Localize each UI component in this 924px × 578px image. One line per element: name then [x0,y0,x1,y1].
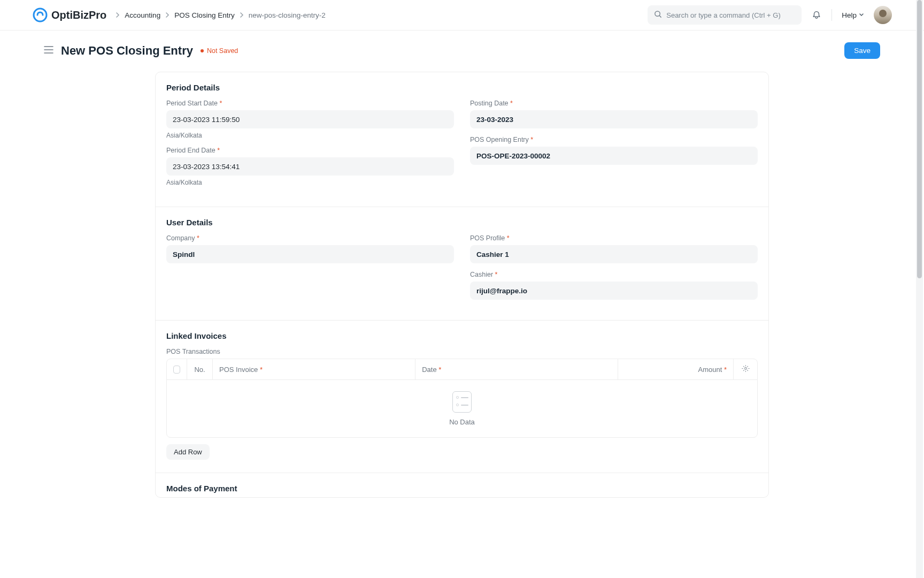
section-period-details: Period Details Period Start Date * Asia/… [156,72,768,207]
checkbox-icon [173,366,180,374]
help-label: Help [842,11,857,19]
status-text: Not Saved [207,47,238,55]
label-pos-profile: POS Profile * [470,234,758,242]
table-settings-button[interactable] [734,359,757,379]
table-pos-transactions: No. POS Invoice * Date * Amount * No Dat… [166,359,758,438]
add-row-button[interactable]: Add Row [166,444,210,460]
form-card: Period Details Period Start Date * Asia/… [155,72,769,498]
field-cashier: Cashier * [470,271,758,300]
label-posting-date: Posting Date * [470,100,758,107]
navbar: OptiBizPro Accounting POS Closing Entry … [0,0,924,31]
page-header: New POS Closing Entry Not Saved Save [0,31,924,64]
col-pos-invoice: POS Invoice * [213,359,415,379]
section-title-linked: Linked Invoices [166,331,758,340]
breadcrumb: Accounting POS Closing Entry new-pos-clo… [115,11,325,19]
section-title-mop: Modes of Payment [166,484,758,493]
breadcrumb-accounting[interactable]: Accounting [125,11,160,19]
field-period-end-date: Period End Date * Asia/Kolkata [166,147,454,186]
input-posting-date[interactable] [470,110,758,128]
tz-period-end: Asia/Kolkata [166,179,454,186]
search-box[interactable] [648,5,802,25]
input-period-end[interactable] [166,157,454,176]
input-pos-profile[interactable] [470,245,758,263]
input-company[interactable] [166,245,454,263]
col-no: No. [187,359,213,379]
field-pos-opening-entry: POS Opening Entry * [470,136,758,165]
search-input[interactable] [666,11,795,19]
label-pos-opening: POS Opening Entry * [470,136,758,143]
table-header: No. POS Invoice * Date * Amount * [167,359,757,379]
brand-mark-icon [32,7,48,23]
chevron-right-icon [239,12,244,18]
nav-right: Help [648,5,892,25]
avatar[interactable] [874,6,892,24]
field-company: Company * [166,234,454,263]
brand-logo[interactable]: OptiBizPro [32,7,106,23]
tz-period-start: Asia/Kolkata [166,132,454,139]
input-pos-opening[interactable] [470,147,758,165]
scrollbar-thumb[interactable] [917,0,922,278]
page-title: New POS Closing Entry [61,44,193,58]
help-dropdown[interactable]: Help [842,11,864,19]
search-icon [654,10,662,20]
nav-divider [831,9,832,21]
field-pos-profile: POS Profile * [470,234,758,263]
input-period-start[interactable] [166,110,454,128]
field-period-start-date: Period Start Date * Asia/Kolkata [166,100,454,139]
breadcrumb-current: new-pos-closing-entry-2 [249,11,326,19]
svg-point-2 [744,368,746,370]
scrollbar[interactable] [916,0,923,519]
save-button[interactable]: Save [844,42,880,59]
label-period-end: Period End Date * [166,147,454,154]
menu-icon[interactable] [44,46,53,55]
input-cashier[interactable] [470,282,758,300]
label-pos-transactions: POS Transactions [166,348,758,355]
chevron-down-icon [859,11,864,19]
brand-name: OptiBizPro [51,9,106,21]
section-linked-invoices: Linked Invoices POS Transactions No. POS… [156,321,768,473]
section-title-period: Period Details [166,83,758,92]
label-company: Company * [166,234,454,242]
chevron-right-icon [165,12,170,18]
chevron-right-icon [115,12,120,18]
empty-text: No Data [449,418,475,426]
col-checkbox[interactable] [167,359,187,379]
section-title-user: User Details [166,218,758,227]
status-badge: Not Saved [201,47,238,55]
field-posting-date: Posting Date * [470,100,758,128]
empty-list-icon [452,391,472,413]
table-empty-state: No Data [167,379,757,437]
col-date: Date * [415,359,618,379]
bell-icon[interactable] [811,10,822,20]
breadcrumb-pos-closing-entry[interactable]: POS Closing Entry [174,11,235,19]
status-dot-icon [201,49,204,52]
section-user-details: User Details Company * POS Profile * Cas… [156,207,768,321]
section-modes-of-payment: Modes of Payment [156,473,768,497]
svg-point-0 [34,9,47,21]
label-cashier: Cashier * [470,271,758,278]
col-amount: Amount * [618,359,734,379]
label-period-start: Period Start Date * [166,100,454,107]
gear-icon [742,364,750,374]
